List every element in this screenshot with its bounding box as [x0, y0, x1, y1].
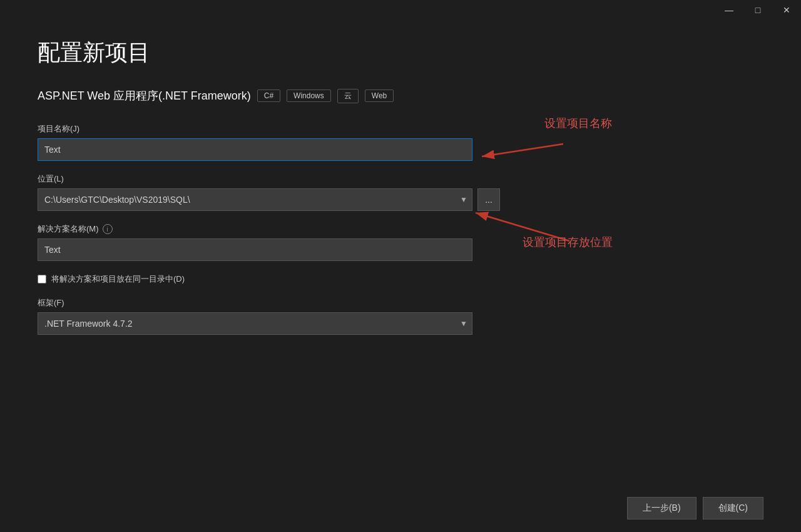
project-name-input[interactable]	[38, 138, 472, 161]
location-row: C:\Users\GTC\Desktop\VS2019\SQL\ ▼ ...	[38, 188, 763, 211]
main-content: 配置新项目 ASP.NET Web 应用程序(.NET Framework) C…	[38, 25, 763, 494]
tag-cloud: 云	[337, 89, 359, 103]
solution-name-input[interactable]	[38, 238, 472, 261]
same-directory-checkbox[interactable]	[38, 275, 46, 284]
project-name-section: 项目名称(J)	[38, 123, 763, 161]
location-label: 位置(L)	[38, 173, 763, 185]
solution-name-label: 解决方案名称(M) i	[38, 223, 763, 235]
framework-select-wrapper: .NET Framework 4.7.2 ▼	[38, 312, 472, 335]
info-icon[interactable]: i	[103, 224, 113, 234]
tag-windows: Windows	[287, 90, 331, 102]
location-select-wrapper: C:\Users\GTC\Desktop\VS2019\SQL\ ▼	[38, 188, 472, 211]
tag-csharp: C#	[257, 90, 280, 102]
project-name-label: 项目名称(J)	[38, 123, 763, 135]
minimize-button[interactable]: —	[715, 0, 743, 20]
project-type-row: ASP.NET Web 应用程序(.NET Framework) C# Wind…	[38, 88, 763, 103]
framework-section: 框架(F) .NET Framework 4.7.2 ▼	[38, 297, 763, 335]
back-button[interactable]: 上一步(B)	[627, 497, 696, 519]
tag-web: Web	[365, 90, 394, 102]
annotation-arrow-1	[469, 131, 576, 169]
framework-label: 框架(F)	[38, 297, 763, 309]
same-directory-label[interactable]: 将解决方案和项目放在同一目录中(D)	[51, 274, 185, 285]
annotation-label-2: 设置项目存放位置	[523, 235, 613, 250]
framework-select[interactable]: .NET Framework 4.7.2	[38, 312, 472, 335]
create-button[interactable]: 创建(C)	[703, 497, 763, 519]
title-bar: — □ ✕	[715, 0, 801, 20]
project-type-name: ASP.NET Web 应用程序(.NET Framework)	[38, 88, 251, 103]
maximize-button[interactable]: □	[743, 0, 772, 20]
location-select[interactable]: C:\Users\GTC\Desktop\VS2019\SQL\	[38, 188, 472, 211]
same-directory-row: 将解决方案和项目放在同一目录中(D)	[38, 274, 763, 285]
close-button[interactable]: ✕	[772, 0, 801, 20]
bottom-bar: 上一步(B) 创建(C)	[627, 497, 763, 519]
location-section: 位置(L) C:\Users\GTC\Desktop\VS2019\SQL\ ▼…	[38, 173, 763, 211]
solution-name-section: 解决方案名称(M) i	[38, 223, 763, 261]
svg-line-1	[482, 144, 563, 156]
page-title: 配置新项目	[38, 38, 763, 68]
annotation-label-1: 设置项目名称	[544, 116, 612, 131]
